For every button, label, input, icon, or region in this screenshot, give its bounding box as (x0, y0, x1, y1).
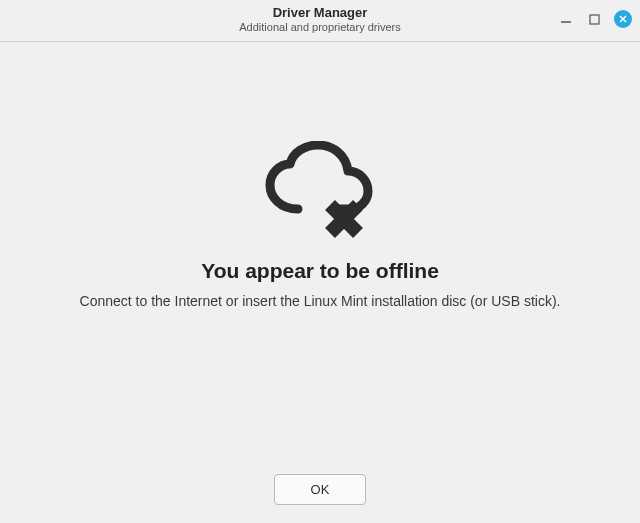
main-content: You appear to be offline Connect to the … (0, 42, 640, 467)
maximize-button[interactable] (586, 11, 602, 27)
maximize-icon (589, 14, 600, 25)
cloud-offline-icon (260, 141, 380, 243)
offline-subtext: Connect to the Internet or insert the Li… (80, 293, 561, 309)
window-controls (558, 10, 632, 28)
ok-button[interactable]: OK (274, 474, 367, 505)
titlebar: Driver Manager Additional and proprietar… (0, 0, 640, 42)
footer: OK (0, 467, 640, 523)
close-icon (618, 14, 628, 24)
titlebar-text: Driver Manager Additional and proprietar… (8, 4, 632, 34)
window-subtitle: Additional and proprietary drivers (239, 21, 400, 34)
offline-headline: You appear to be offline (201, 259, 439, 283)
minimize-button[interactable] (558, 11, 574, 27)
close-button[interactable] (614, 10, 632, 28)
svg-rect-1 (590, 15, 599, 24)
minimize-icon (560, 13, 572, 25)
window-title: Driver Manager (273, 6, 368, 21)
